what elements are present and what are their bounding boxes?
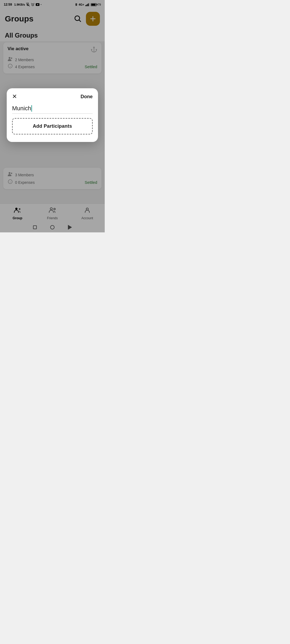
create-group-modal: ✕ Done Munich Add Participants <box>7 88 98 142</box>
modal-header: ✕ Done <box>12 94 93 100</box>
modal-close-button[interactable]: ✕ <box>12 94 17 100</box>
group-name-input-container: Munich <box>12 105 93 114</box>
add-participants-button[interactable]: Add Participants <box>12 118 93 134</box>
modal-done-button[interactable]: Done <box>81 94 93 100</box>
text-cursor <box>31 105 32 112</box>
group-name-input-value: Munich <box>12 105 31 112</box>
